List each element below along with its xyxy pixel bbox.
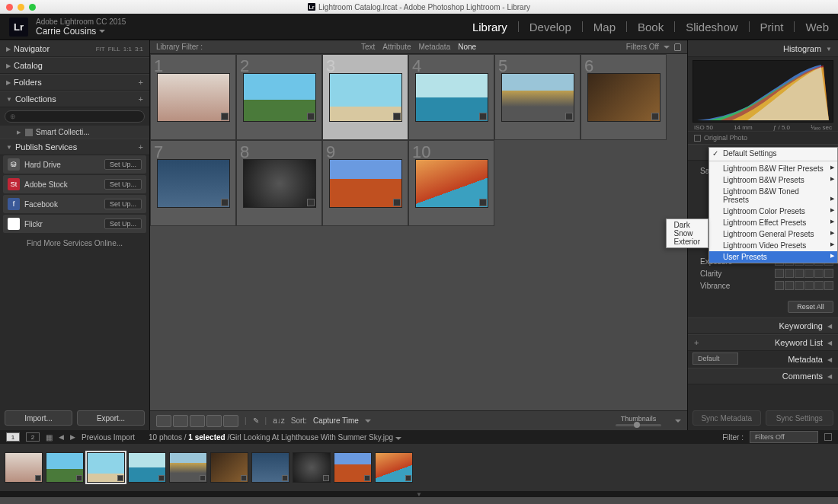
sort-value[interactable]: Capture Time	[313, 416, 359, 425]
stepper-button[interactable]	[775, 281, 784, 290]
stepper-button[interactable]	[795, 269, 804, 278]
stepper-button[interactable]	[824, 269, 833, 278]
lock-icon[interactable]	[674, 43, 681, 51]
keywordlist-panel-head[interactable]: +Keyword List◀	[688, 334, 838, 351]
identity-plate[interactable]: Adobe Lightroom CC 2015 Carrie Cousins	[36, 18, 126, 37]
folders-panel-head[interactable]: ▶ Folders +	[0, 74, 149, 91]
preset-group[interactable]: Lightroom Effect Presets	[709, 217, 837, 228]
import-button[interactable]: Import...	[5, 410, 72, 426]
filmstrip-filter-dropdown[interactable]: Filters Off	[750, 431, 818, 443]
preset-group[interactable]: Lightroom Color Presets	[709, 206, 837, 217]
preset-group[interactable]: Lightroom General Presets	[709, 228, 837, 240]
stepper-button[interactable]	[785, 281, 794, 290]
comments-panel-head[interactable]: Comments◀	[688, 368, 838, 384]
collections-panel-head[interactable]: ▼ Collections +	[0, 91, 149, 107]
setup-button[interactable]: Set Up...	[104, 179, 142, 190]
reset-all-button[interactable]: Reset All	[788, 301, 833, 313]
setup-button[interactable]: Set Up...	[104, 159, 142, 170]
filmstrip-thumb[interactable]	[375, 452, 413, 483]
grid-cell[interactable]: 10	[408, 140, 494, 226]
catalog-panel-head[interactable]: ▶ Catalog	[0, 57, 149, 74]
grid-cell[interactable]: 2	[236, 54, 322, 140]
filter-switch-icon[interactable]	[824, 433, 832, 441]
filter-tab-none[interactable]: None	[458, 43, 476, 51]
stepper-button[interactable]	[814, 269, 824, 278]
collection-smart[interactable]: ▶ Smart Collecti...	[0, 126, 149, 139]
filmstrip-thumb[interactable]	[128, 452, 166, 483]
collection-search-input[interactable]: ⊕	[5, 110, 145, 123]
next-arrow-icon[interactable]: ▶	[70, 433, 75, 441]
module-web[interactable]: Web	[805, 21, 829, 33]
find-more-services[interactable]: Find More Services Online...	[0, 234, 149, 252]
filters-off-label[interactable]: Filters Off	[626, 43, 659, 51]
filter-tab-metadata[interactable]: Metadata	[418, 43, 450, 51]
source-label[interactable]: Previous Import	[82, 433, 135, 442]
navigator-panel-head[interactable]: ▶ Navigator FIT FILL 1:1 3:1	[0, 40, 149, 57]
grid-cell[interactable]: 4	[408, 54, 494, 140]
thumbnail-size-slider[interactable]	[616, 424, 661, 426]
filmstrip-thumb[interactable]	[210, 452, 248, 483]
grid-cell[interactable]: 8	[236, 140, 322, 226]
stepper-button[interactable]	[775, 269, 784, 278]
minimize-dot[interactable]	[18, 4, 24, 11]
nav-1to1[interactable]: 1:1	[123, 46, 132, 53]
module-slideshow[interactable]: Slideshow	[686, 21, 737, 33]
grid-cell[interactable]: 9	[322, 140, 408, 226]
display-2-button[interactable]: 2	[26, 432, 40, 442]
toolbar-menu-icon[interactable]	[675, 419, 681, 423]
grid-cell[interactable]: 6	[581, 54, 667, 140]
preset-group[interactable]: Lightroom B&W Filter Presets	[709, 163, 837, 174]
setup-button[interactable]: Set Up...	[104, 219, 142, 229]
nav-fit[interactable]: FIT	[96, 46, 105, 53]
module-develop[interactable]: Develop	[529, 21, 571, 33]
histogram-panel-head[interactable]: Histogram ▼	[688, 40, 838, 57]
module-print[interactable]: Print	[760, 21, 784, 33]
grid-cell[interactable]: 7	[150, 140, 236, 226]
view-survey-icon[interactable]	[206, 415, 222, 427]
stepper-button[interactable]	[804, 269, 814, 278]
keywording-panel-head[interactable]: Keywording◀	[688, 317, 838, 334]
add-publish-icon[interactable]: +	[139, 142, 143, 152]
close-dot[interactable]	[6, 4, 13, 11]
metadata-preset-dropdown[interactable]: Default	[692, 352, 738, 365]
preset-group-user[interactable]: User Presets	[709, 251, 837, 263]
filter-tab-attribute[interactable]: Attribute	[382, 43, 411, 51]
filmstrip-thumb[interactable]	[293, 452, 331, 483]
filmstrip-thumb[interactable]	[169, 452, 207, 483]
filmstrip-thumb[interactable]	[87, 452, 125, 483]
add-collection-icon[interactable]: +	[139, 94, 143, 104]
filmstrip-thumb[interactable]	[5, 452, 43, 483]
grid-cell[interactable]: 3	[322, 54, 408, 140]
grid-icon[interactable]: ▦	[46, 433, 53, 442]
sync-settings-button[interactable]: Sync Settings	[766, 410, 834, 426]
preset-item-default[interactable]: Default Settings	[709, 148, 837, 159]
sync-metadata-button[interactable]: Sync Metadata	[692, 410, 761, 426]
filmstrip-thumb[interactable]	[251, 452, 289, 483]
publish-adobestock[interactable]: St Adobe Stock Set Up...	[3, 175, 146, 193]
stepper-button[interactable]	[824, 281, 833, 290]
publish-facebook[interactable]: f Facebook Set Up...	[3, 195, 146, 213]
grid-cell[interactable]: 1	[150, 54, 236, 140]
stepper-button[interactable]	[785, 269, 794, 278]
display-1-button[interactable]: 1	[6, 432, 20, 442]
export-button[interactable]: Export...	[77, 410, 145, 426]
zoom-dot[interactable]	[29, 4, 36, 11]
add-folder-icon[interactable]: +	[139, 78, 143, 87]
publish-harddrive[interactable]: ⛁ Hard Drive Set Up...	[3, 155, 146, 174]
prev-arrow-icon[interactable]: ◀	[59, 433, 64, 441]
module-map[interactable]: Map	[593, 21, 616, 33]
filmstrip-thumb[interactable]	[334, 452, 372, 483]
nav-fill[interactable]: FILL	[108, 46, 120, 53]
filter-tab-text[interactable]: Text	[361, 43, 375, 51]
setup-button[interactable]: Set Up...	[104, 199, 142, 209]
stepper-button[interactable]	[814, 281, 824, 290]
filmstrip-handle[interactable]: ▼	[0, 491, 838, 497]
painter-icon[interactable]: ✎	[253, 416, 259, 425]
view-loupe-icon[interactable]	[173, 415, 188, 427]
publish-flickr[interactable]: •• Flickr Set Up...	[3, 215, 146, 233]
preset-submenu-item[interactable]: Dark Snow Exterior	[666, 219, 708, 248]
view-grid-icon[interactable]	[156, 415, 171, 427]
original-photo-toggle[interactable]: Original Photo	[688, 131, 838, 144]
view-compare-icon[interactable]	[190, 415, 205, 427]
filmstrip-thumb[interactable]	[46, 452, 84, 483]
